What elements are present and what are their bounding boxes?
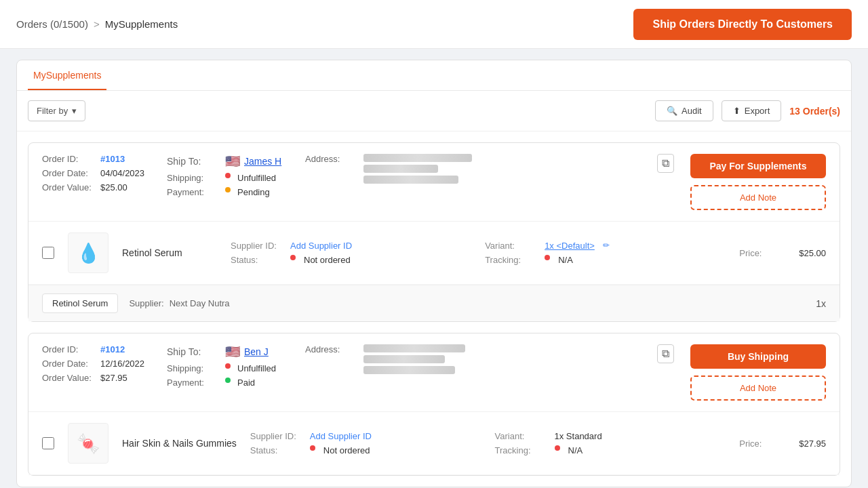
order-id-link-1012[interactable]: #1012: [100, 344, 125, 354]
address-row-1012: Address:: [305, 344, 641, 374]
order-header-1013: Order ID: #1013 Order Date: 04/04/2023 O…: [28, 143, 840, 222]
status-value-1012-0: Not ordered: [323, 445, 370, 455]
price-value-1012-0: $27.95: [799, 439, 826, 449]
product-checkbox-1013-0[interactable]: [42, 247, 54, 259]
price-row-1012-0: Price: $27.95: [739, 439, 826, 449]
order-card-1012: Order ID: #1012 Order Date: 12/16/2022 O…: [28, 333, 840, 476]
tracking-row-1012-0: Tracking: N/A: [495, 445, 726, 455]
order-value-field-1013: Order Value: $25.00: [42, 182, 151, 192]
breadcrumb: Orders (0/1500) > MySupplements: [16, 18, 178, 30]
product-checkbox-1012-0[interactable]: [42, 437, 54, 449]
address-col-1013: Address:: [305, 154, 641, 184]
order-actions-1013: Pay For Supplements Add Note: [690, 154, 826, 210]
customer-name-1012[interactable]: Ben J: [244, 346, 269, 357]
order-card-1013: Order ID: #1013 Order Date: 04/04/2023 O…: [28, 142, 840, 322]
export-button[interactable]: ⬆ Export: [722, 100, 782, 121]
payment-field-1012: Payment: Paid: [167, 378, 289, 388]
order-value-value-1012: $27.95: [100, 373, 127, 383]
order-value-label-1012: Order Value:: [42, 373, 96, 383]
filter-label: Filter by: [37, 106, 68, 116]
variant-label-1012-0: Variant:: [495, 431, 549, 441]
address-col-1012: Address:: [305, 344, 641, 374]
tab-mysupplements[interactable]: MySupplements: [28, 60, 106, 90]
shipping-status-dot-1012: [225, 363, 231, 369]
price-col-1012-0: Price: $27.95: [739, 439, 826, 449]
ship-to-label-1012: Ship To:: [167, 346, 221, 357]
supplier-footer-label-1013: Supplier:: [129, 298, 163, 308]
customer-name-1013[interactable]: James H: [244, 156, 281, 167]
supplier-id-row-1013-0: Supplier ID: Add Supplier ID: [231, 241, 471, 251]
status-label-1013-0: Status:: [231, 255, 285, 265]
pay-supplements-button-1013[interactable]: Pay For Supplements: [690, 154, 826, 178]
chevron-down-icon: ▾: [72, 106, 77, 116]
export-label: Export: [745, 106, 770, 116]
address-line-2-1012: [363, 355, 445, 363]
address-line-3-1013: [363, 176, 458, 184]
tabs-bar: MySupplements: [17, 60, 851, 91]
payment-label-1012: Payment:: [167, 378, 221, 388]
address-label-1012: Address:: [305, 344, 359, 374]
top-bar: Orders (0/1500) > MySupplements Ship Ord…: [0, 0, 868, 49]
variant-value-1012-0: 1x Standard: [555, 431, 602, 441]
copy-address-button-1012[interactable]: ⧉: [657, 344, 674, 363]
supplier-id-label-1012-0: Supplier ID:: [250, 431, 304, 441]
main-content: MySupplements Filter by ▾ 🔍 Audit ⬆ Expo…: [0, 49, 868, 488]
product-name-label-1013-0: Retinol Serum: [122, 247, 217, 258]
tracking-label-1013-0: Tracking:: [485, 255, 539, 265]
shipping-status-dot-1013: [225, 173, 231, 178]
address-line-3-1012: [363, 366, 455, 374]
status-label-1012-0: Status:: [250, 445, 304, 455]
order-info-1013: Order ID: #1013 Order Date: 04/04/2023 O…: [42, 154, 151, 192]
shipping-status-value-1013: Unfulfilled: [237, 173, 276, 183]
ship-to-label-1013: Ship To:: [167, 156, 221, 167]
ship-col-1012: Ship To: 🇺🇸 Ben J Shipping: Unfulfilled …: [167, 344, 289, 388]
product-variant-1013-0: Variant: 1x <Default> ✏ Tracking: N/A: [485, 241, 726, 265]
price-col-1013-0: Price: $25.00: [739, 248, 826, 258]
copy-address-button-1013[interactable]: ⧉: [657, 154, 674, 173]
order-date-field-1012: Order Date: 12/16/2022: [42, 359, 151, 369]
order-value-label-1013: Order Value:: [42, 182, 96, 192]
edit-variant-icon-1013-0[interactable]: ✏: [603, 241, 610, 251]
breadcrumb-sep: >: [94, 18, 100, 30]
add-supplier-id-link-1012-0[interactable]: Add Supplier ID: [310, 431, 372, 441]
supplier-id-row-1012-0: Supplier ID: Add Supplier ID: [250, 431, 481, 441]
product-details-1013-0: Supplier ID: Add Supplier ID Status: Not…: [231, 241, 471, 265]
payment-label-1013: Payment:: [167, 187, 221, 197]
breadcrumb-current: MySupplements: [105, 18, 178, 30]
price-label-1012-0: Price:: [739, 439, 793, 449]
address-line-1-1012: [363, 344, 465, 352]
add-supplier-id-link-1013-0[interactable]: Add Supplier ID: [290, 241, 352, 251]
status-value-1013-0: Not ordered: [304, 255, 351, 265]
product-image-1012-0: 🍬: [68, 423, 108, 464]
add-note-button-1012[interactable]: Add Note: [690, 375, 826, 401]
tracking-value-1013-0: N/A: [558, 255, 573, 265]
payment-status-dot-1013: [225, 187, 231, 192]
buy-shipping-button-1012[interactable]: Buy Shipping: [690, 344, 826, 369]
supplier-footer-qty-1013: 1x: [816, 298, 826, 309]
status-row-1013-0: Status: Not ordered: [231, 255, 471, 265]
payment-status-dot-1012: [225, 378, 231, 383]
status-row-1012-0: Status: Not ordered: [250, 445, 481, 455]
address-label-1013: Address:: [305, 154, 359, 184]
payment-field-1013: Payment: Pending: [167, 187, 289, 197]
add-note-button-1013[interactable]: Add Note: [690, 185, 826, 210]
ship-col-1013: Ship To: 🇺🇸 James H Shipping: Unfulfille…: [167, 154, 289, 197]
address-line-1-1013: [363, 154, 472, 162]
tracking-value-1012-0: N/A: [568, 445, 583, 455]
ship-to-row-1012: Ship To: 🇺🇸 Ben J: [167, 344, 289, 359]
filter-by-button[interactable]: Filter by ▾: [28, 100, 85, 121]
order-id-label-1012: Order ID:: [42, 344, 96, 354]
ship-orders-button[interactable]: Ship Orders Directly To Customers: [633, 9, 852, 40]
ship-to-row-1013: Ship To: 🇺🇸 James H: [167, 154, 289, 169]
export-icon: ⬆: [733, 106, 741, 116]
payment-status-value-1013: Pending: [237, 187, 270, 197]
audit-button[interactable]: 🔍 Audit: [655, 100, 713, 121]
breadcrumb-orders-link[interactable]: Orders (0/1500): [16, 18, 88, 30]
order-id-link-1013[interactable]: #1013: [100, 154, 125, 164]
product-image-1013-0: 💧: [68, 232, 108, 273]
order-info-1012: Order ID: #1012 Order Date: 12/16/2022 O…: [42, 344, 151, 383]
supplier-footer-name-1013: Next Day Nutra: [170, 298, 230, 308]
variant-value-1013-0[interactable]: 1x <Default>: [545, 241, 595, 251]
price-value-1013-0: $25.00: [799, 248, 826, 258]
shipping-field-1012: Shipping: Unfulfilled: [167, 363, 289, 373]
